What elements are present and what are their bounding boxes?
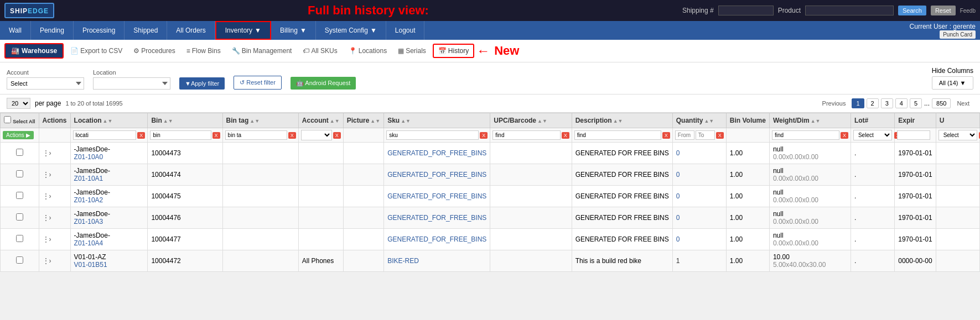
android-request-button[interactable]: 🤖 Android Request [291, 77, 356, 90]
filter-bin-clear[interactable]: X [212, 132, 220, 139]
bin-management-button[interactable]: 🔧 Bin Management [227, 45, 297, 57]
row-sku-link[interactable]: GENERATED_FOR_FREE_BINS [387, 192, 486, 200]
nav-wall[interactable]: Wall [0, 21, 31, 40]
filter-u-select[interactable]: Select [938, 130, 977, 140]
filter-sku-clear[interactable]: X [480, 132, 488, 139]
row-sku-link[interactable]: GENERATED_FOR_FREE_BINS [387, 149, 486, 157]
nav-logout[interactable]: Logout [386, 21, 425, 40]
sort-picture-icon[interactable]: ▲▼ [370, 118, 380, 124]
export-csv-button[interactable]: 📄 Export to CSV [66, 45, 127, 57]
page-850-button[interactable]: 850 [932, 98, 951, 108]
next-page-button[interactable]: Next [953, 99, 973, 108]
expand-icon-3[interactable]: ⋮› [43, 214, 51, 222]
location-filter-select[interactable] [93, 77, 170, 90]
history-button[interactable]: 📅 History [433, 44, 474, 58]
row-location-link[interactable]: Z01-10A4 [74, 239, 103, 247]
previous-page-button[interactable]: Previous [818, 99, 850, 108]
expand-icon-2[interactable]: ⋮› [43, 192, 51, 200]
row-sku-link[interactable]: BIKE-RED [387, 257, 419, 265]
warehouse-button[interactable]: 🏭 Warehouse [4, 43, 64, 59]
filter-location-input[interactable] [73, 130, 137, 140]
filter-qty-to-input[interactable] [696, 130, 715, 140]
reset-button[interactable]: Reset [931, 6, 956, 15]
filter-sku-input[interactable] [386, 130, 479, 140]
filter-expir-input[interactable] [897, 130, 930, 140]
sort-account-icon[interactable]: ▲▼ [330, 118, 340, 124]
filter-qty-clear[interactable]: X [716, 132, 724, 139]
page-5-button[interactable]: 5 [910, 98, 922, 108]
select-all-checkbox[interactable] [4, 116, 11, 123]
row-checkbox-0[interactable] [16, 149, 23, 156]
sort-bin-icon[interactable]: ▲▼ [163, 118, 173, 124]
filter-bintag-clear[interactable]: X [288, 132, 296, 139]
filter-location-clear[interactable]: X [137, 132, 145, 139]
filter-account-select[interactable] [301, 130, 332, 140]
filter-bintag-input[interactable] [225, 130, 287, 140]
filter-qty-from-input[interactable] [675, 130, 694, 140]
row-location-link[interactable]: V01-01B51 [74, 261, 107, 269]
search-button[interactable]: Search [898, 6, 926, 15]
filter-upc-input[interactable] [492, 130, 560, 140]
sort-description-icon[interactable]: ▲▼ [613, 118, 623, 124]
reset-filter-button[interactable]: ↺ Reset filter [234, 76, 282, 90]
expand-icon-0[interactable]: ⋮› [43, 149, 51, 157]
expand-icon-4[interactable]: ⋮› [43, 235, 51, 243]
sort-weight-icon[interactable]: ▲▼ [811, 118, 821, 124]
page-1-button[interactable]: 1 [852, 98, 864, 108]
shipping-input[interactable] [718, 6, 774, 15]
filter-lot-select[interactable]: Select [853, 130, 892, 140]
row-sku-link[interactable]: GENERATED_FOR_FREE_BINS [387, 171, 486, 179]
row-u-cell [936, 207, 979, 229]
sort-location-icon[interactable]: ▲▼ [103, 118, 113, 124]
sort-bintag-icon[interactable]: ▲▼ [250, 118, 260, 124]
apply-filter-button[interactable]: ▼Apply filter [179, 77, 225, 90]
sort-upc-icon[interactable]: ▲▼ [537, 118, 547, 124]
row-location-link[interactable]: Z01-10A1 [74, 175, 103, 182]
nav-inventory[interactable]: Inventory ▼ [215, 21, 271, 40]
all-skus-button[interactable]: 🏷 All SKUs [298, 45, 341, 57]
filter-description-input[interactable] [574, 130, 661, 140]
row-sku-link[interactable]: GENERATED_FOR_FREE_BINS [387, 214, 486, 222]
row-checkbox-4[interactable] [16, 235, 23, 242]
row-location-link[interactable]: Z01-10A0 [74, 153, 103, 161]
page-4-button[interactable]: 4 [895, 98, 908, 108]
flow-bins-button[interactable]: ≡ Flow Bins [182, 45, 225, 57]
nav-all-orders[interactable]: All Orders [167, 21, 215, 40]
page-3-button[interactable]: 3 [881, 98, 893, 108]
nav-shipped[interactable]: Shipped [125, 21, 167, 40]
page-2-button[interactable]: 2 [867, 98, 879, 108]
procedures-button[interactable]: ⚙ Procedures [129, 45, 179, 57]
filter-upc-clear[interactable]: X [562, 132, 569, 139]
row-checkbox-2[interactable] [16, 192, 23, 199]
filter-account-clear[interactable]: X [333, 132, 341, 139]
current-user-label: Current User : gerente [910, 23, 976, 30]
filter-weight-clear[interactable]: X [841, 132, 848, 139]
filter-weight-input[interactable] [772, 130, 839, 140]
hide-columns-button[interactable]: All (14) ▼ [932, 76, 973, 90]
product-input[interactable] [805, 6, 894, 15]
row-checkbox-5[interactable] [16, 256, 23, 264]
serials-button[interactable]: ▦ Serials [393, 45, 431, 57]
filter-description-clear[interactable]: X [662, 132, 670, 139]
expand-icon-1[interactable]: ⋮› [43, 171, 51, 179]
per-page-select[interactable]: 20 [7, 98, 30, 109]
locations-button[interactable]: 📍 Locations [344, 45, 391, 57]
actions-dropdown-button[interactable]: Actions ▶ [3, 131, 34, 139]
filter-bin-input[interactable] [150, 130, 211, 140]
expand-icon-5[interactable]: ⋮› [43, 257, 51, 265]
row-check-cell [1, 164, 39, 186]
row-account-cell [298, 164, 343, 186]
nav-processing[interactable]: Processing [74, 21, 125, 40]
nav-pending[interactable]: Pending [31, 21, 74, 40]
sort-sku-icon[interactable]: ▲▼ [401, 118, 411, 124]
row-sku-link[interactable]: GENERATED_FOR_FREE_BINS [387, 235, 486, 243]
nav-billing[interactable]: Billing ▼ [271, 21, 316, 40]
sort-quantity-icon[interactable]: ▲▼ [704, 118, 714, 124]
punch-card-button[interactable]: Punch Card [940, 30, 976, 39]
nav-system-config[interactable]: System Config ▼ [316, 21, 386, 40]
row-location-link[interactable]: Z01-10A3 [74, 218, 103, 225]
row-checkbox-1[interactable] [16, 170, 23, 177]
row-checkbox-3[interactable] [16, 213, 23, 221]
row-location-link[interactable]: Z01-10A2 [74, 196, 103, 204]
account-filter-select[interactable]: Select [7, 77, 84, 90]
